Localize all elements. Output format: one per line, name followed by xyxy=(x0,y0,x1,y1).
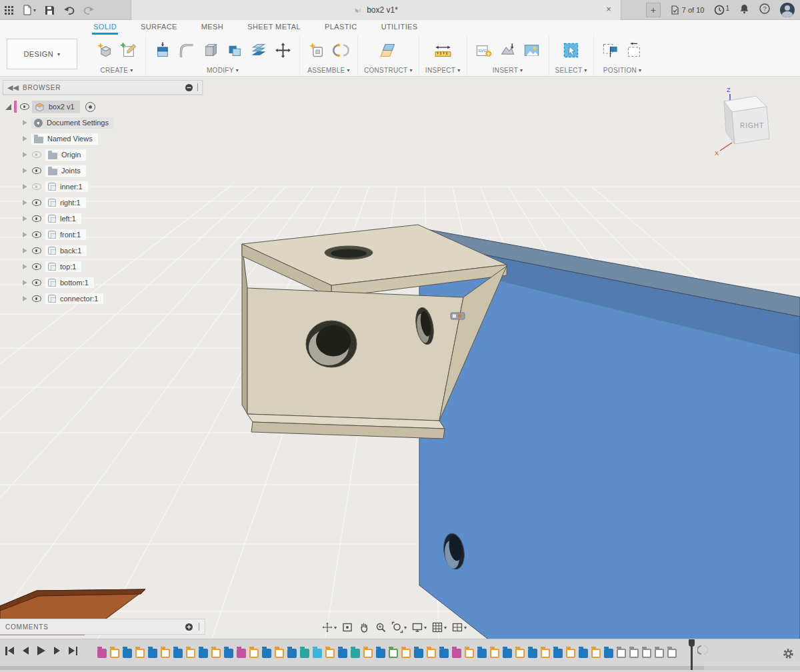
timeline-feature[interactable] xyxy=(389,649,398,658)
ribbon-tab[interactable]: MESH xyxy=(200,21,225,35)
job-status-button[interactable]: 1 xyxy=(714,5,729,15)
ribbon-tab[interactable]: PLASTIC xyxy=(323,21,359,35)
timeline-feature[interactable] xyxy=(275,649,284,658)
expand-arrow-icon[interactable] xyxy=(23,136,27,141)
browser-item[interactable]: Document Settings xyxy=(3,115,203,131)
undo-button[interactable] xyxy=(63,5,75,15)
timeline-feature[interactable] xyxy=(186,649,195,658)
timeline-feature[interactable] xyxy=(642,649,651,658)
viewcube-face-label[interactable]: RIGHT xyxy=(740,122,764,129)
visibility-eye-icon[interactable] xyxy=(31,166,41,175)
timeline-feature[interactable] xyxy=(503,649,512,658)
timeline-feature[interactable] xyxy=(262,649,271,658)
close-document-icon[interactable]: × xyxy=(603,4,614,14)
timeline-skip-end-button[interactable] xyxy=(69,647,77,655)
timeline-feature[interactable] xyxy=(135,649,145,658)
new-tab-button[interactable]: + xyxy=(646,3,661,17)
select-button[interactable] xyxy=(561,39,582,61)
revert-position-button[interactable] xyxy=(624,39,645,61)
viewports-button[interactable]: ▾ xyxy=(451,621,467,633)
mini-selection-tag[interactable] xyxy=(451,313,465,319)
create-sketch-button[interactable] xyxy=(118,39,139,61)
timeline-feature[interactable] xyxy=(452,649,461,658)
browser-item[interactable]: inner:1 xyxy=(3,179,203,195)
press-pull-button[interactable] xyxy=(152,39,173,61)
workspace-switcher[interactable]: DESIGN ▾ xyxy=(7,39,77,69)
new-component-button[interactable] xyxy=(306,39,327,61)
save-button[interactable] xyxy=(45,5,55,15)
timeline-feature[interactable] xyxy=(439,649,449,658)
browser-item[interactable]: bottom:1 xyxy=(3,275,203,291)
browser-item[interactable]: back:1 xyxy=(3,243,203,259)
timeline-skip-start-button[interactable] xyxy=(5,647,14,655)
timeline-feature[interactable] xyxy=(465,649,474,658)
new-body-button[interactable] xyxy=(94,39,115,61)
ribbon-section-label-select[interactable]: SELECT▾ xyxy=(555,65,587,76)
display-settings-button[interactable]: ▾ xyxy=(411,621,427,633)
timeline-feature[interactable] xyxy=(363,649,373,658)
timeline-position-marker[interactable] xyxy=(687,639,696,670)
timeline-feature[interactable] xyxy=(528,649,537,658)
insert-mesh-button[interactable] xyxy=(497,39,519,61)
pan-tool-button[interactable] xyxy=(358,621,370,633)
timeline-feature[interactable] xyxy=(591,649,601,658)
visibility-eye-icon[interactable] xyxy=(31,294,41,303)
ribbon-tab[interactable]: SHEET METAL xyxy=(246,21,302,35)
timeline-feature[interactable] xyxy=(541,649,550,658)
user-avatar[interactable] xyxy=(780,3,795,17)
notifications-button[interactable] xyxy=(739,3,749,17)
timeline-feature[interactable] xyxy=(325,649,335,658)
expand-arrow-icon[interactable] xyxy=(5,104,11,110)
ribbon-section-label-modify[interactable]: MODIFY▾ xyxy=(207,65,239,76)
bracket-front-face[interactable] xyxy=(247,288,463,421)
version-status[interactable]: 7 of 10 xyxy=(671,5,705,15)
timeline-feature[interactable] xyxy=(224,649,233,658)
ribbon-section-label-assemble[interactable]: ASSEMBLE▾ xyxy=(307,65,350,76)
ribbon-section-label-inspect[interactable]: INSPECT▾ xyxy=(425,65,461,76)
timeline-feature[interactable] xyxy=(300,649,309,658)
timeline-feature[interactable] xyxy=(477,649,487,658)
viewcube[interactable]: Z RIGHT X xyxy=(712,84,799,156)
timeline-feature[interactable] xyxy=(110,649,119,658)
browser-item[interactable]: right:1 xyxy=(3,195,203,211)
ribbon-section-label-position[interactable]: POSITION▾ xyxy=(603,65,642,76)
timeline-feature[interactable] xyxy=(338,649,347,658)
timeline-feature[interactable] xyxy=(629,649,639,658)
construct-plane-button[interactable] xyxy=(377,39,399,61)
ribbon-section-label-construct[interactable]: CONSTRUCT▾ xyxy=(364,65,413,76)
timeline-feature[interactable] xyxy=(199,649,208,658)
expand-arrow-icon[interactable] xyxy=(23,120,27,125)
measure-button[interactable] xyxy=(432,39,453,61)
timeline-feature[interactable] xyxy=(351,649,360,658)
insert-canvas-button[interactable] xyxy=(521,39,543,61)
expand-arrow-icon[interactable] xyxy=(23,280,27,285)
panel-resize-grip[interactable] xyxy=(197,83,198,91)
timeline-settings-gear-icon[interactable] xyxy=(782,647,795,663)
timeline-feature[interactable] xyxy=(617,649,626,658)
insert-svg-button[interactable]: SVG xyxy=(473,39,495,61)
redo-button[interactable] xyxy=(83,5,95,15)
browser-display-toggle-icon[interactable] xyxy=(185,83,193,92)
ribbon-section-label-insert[interactable]: INSERT▾ xyxy=(493,65,523,76)
expand-arrow-icon[interactable] xyxy=(23,152,27,157)
timeline-feature[interactable] xyxy=(604,649,613,658)
expand-arrow-icon[interactable] xyxy=(23,200,27,205)
timeline-scroll-thumb[interactable] xyxy=(0,666,704,670)
timeline-feature[interactable] xyxy=(161,649,170,658)
zoom-tool-button[interactable] xyxy=(375,621,387,633)
document-tab[interactable]: box2 v1* × xyxy=(131,0,621,20)
collapse-browser-icon[interactable]: ◀◀ xyxy=(7,83,19,92)
visibility-eye-icon[interactable] xyxy=(31,150,41,159)
timeline-feature[interactable] xyxy=(237,649,246,658)
browser-item[interactable]: connector:1 xyxy=(3,291,203,307)
expand-arrow-icon[interactable] xyxy=(23,184,27,189)
expand-arrow-icon[interactable] xyxy=(23,232,27,237)
timeline-play-button[interactable] xyxy=(37,646,45,655)
timeline-feature[interactable] xyxy=(376,649,385,658)
visibility-eye-icon[interactable] xyxy=(31,262,41,271)
panel-resize-grip[interactable] xyxy=(199,623,199,631)
visibility-eye-icon[interactable] xyxy=(31,198,41,207)
help-button[interactable]: ? xyxy=(759,3,770,17)
timeline-joint-icon[interactable] xyxy=(697,645,708,658)
timeline-feature[interactable] xyxy=(667,649,677,658)
